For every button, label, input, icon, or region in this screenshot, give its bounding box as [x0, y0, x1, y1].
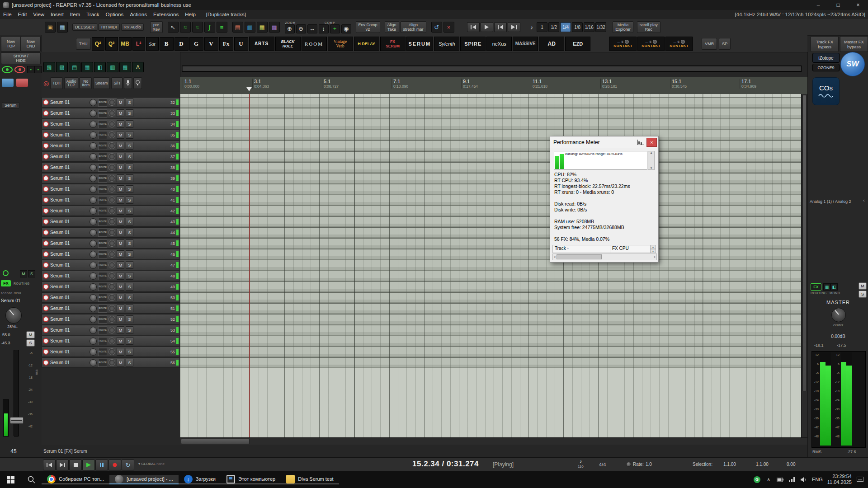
solo-button[interactable]: S — [26, 339, 35, 347]
track-color-icon[interactable] — [43, 262, 49, 268]
fx-shortcut-button[interactable]: D — [175, 37, 189, 51]
performance-meter-window[interactable]: Performance Meter × cur/avg: 82%/82% ran… — [550, 136, 659, 263]
pan-knob[interactable] — [90, 131, 97, 139]
track-row[interactable]: Serum 01 ROUTE M S 54 — [42, 336, 180, 346]
track-name[interactable]: Serum 01 — [50, 349, 88, 354]
record-arm-button[interactable] — [108, 327, 115, 333]
bpm-value[interactable]: 110 — [578, 464, 584, 469]
item-edit-icon[interactable]: ▧ — [43, 62, 55, 72]
master-fx-bypass-button[interactable]: Master FX bypass — [840, 36, 868, 52]
dock-toggle-icon[interactable]: ▣ — [45, 22, 56, 33]
solo-button[interactable]: S — [126, 272, 133, 280]
play-button[interactable] — [82, 460, 95, 470]
menu-item[interactable]: Options — [103, 12, 127, 17]
align-take-button[interactable]: Align Take — [385, 21, 399, 33]
monitor-indicator[interactable] — [176, 154, 179, 160]
record-arm-button[interactable] — [108, 142, 115, 149]
track-row[interactable]: Serum 01 ROUTE M S 36 — [42, 141, 180, 151]
record-arm-button[interactable] — [108, 175, 115, 182]
mute-button[interactable]: M — [117, 153, 124, 160]
solo-button[interactable]: S — [126, 337, 133, 345]
fx-button[interactable]: FX — [1, 280, 11, 286]
cos-plugin-icon[interactable]: COs — [812, 77, 840, 105]
selection-start[interactable]: 1.1.00 — [723, 462, 736, 467]
folder-blue-icon[interactable] — [2, 79, 14, 87]
mute-button[interactable]: M — [117, 229, 124, 236]
network-icon[interactable] — [788, 477, 796, 482]
hide-tracks-eye-icon[interactable] — [14, 66, 25, 75]
split-icon[interactable]: ◧ — [94, 62, 106, 72]
stop-button[interactable] — [69, 460, 82, 470]
track-row[interactable]: Serum 01 ROUTE M S 37 — [42, 151, 180, 162]
track-color-icon[interactable] — [43, 360, 49, 366]
go-start-button[interactable] — [467, 22, 480, 32]
minimize-button[interactable]: – — [808, 0, 828, 10]
pause-button[interactable] — [95, 460, 108, 470]
monitor-indicator[interactable] — [176, 110, 179, 116]
arrange-view[interactable] — [180, 94, 807, 437]
time-signature[interactable]: 4/4 — [599, 462, 606, 467]
show-tracks-eye-icon[interactable] — [2, 66, 13, 75]
track-name[interactable]: Serum 01 — [50, 306, 88, 311]
dock-chart-icon[interactable] — [637, 140, 644, 145]
mic-icon[interactable] — [124, 77, 132, 89]
solo-button[interactable]: S — [126, 294, 133, 301]
master-volume-db[interactable]: 0.00dB — [808, 334, 868, 339]
monitor-indicator[interactable] — [176, 338, 179, 344]
horizontal-scrollbar-thumb[interactable] — [181, 439, 250, 444]
track-name[interactable]: Serum 01 — [50, 273, 88, 278]
grid-division-button[interactable]: 1/32 — [595, 22, 606, 32]
mute-button[interactable]: M — [117, 196, 124, 204]
track-row[interactable]: Serum 01 ROUTE M S 40 — [42, 184, 180, 194]
track-color-icon[interactable] — [43, 273, 49, 279]
solo-button[interactable]: S — [126, 315, 133, 323]
media-explorer-button[interactable]: Media Explorer — [613, 21, 633, 33]
track-name[interactable]: Serum 01 — [50, 165, 88, 170]
bulb-icon[interactable] — [133, 77, 142, 89]
mute-button[interactable]: M — [117, 218, 124, 225]
record-arm-button[interactable] — [108, 251, 115, 258]
track-row[interactable]: Serum 01 ROUTE M S 48 — [42, 271, 180, 281]
track-row[interactable]: Serum 01 ROUTE M S 55 — [42, 347, 180, 357]
solo-button[interactable]: S — [126, 229, 133, 236]
playback-position[interactable]: 15.2.34 / 0:31.274 — [412, 460, 479, 469]
track-row[interactable]: Serum 01 ROUTE M S 39 — [42, 173, 180, 183]
solo-button[interactable]: S — [126, 174, 133, 182]
track-row[interactable]: Serum 01 ROUTE M S 33 — [42, 108, 180, 118]
kontakt-slot-button[interactable]: ... 6KONTAKT — [665, 37, 693, 51]
route-button[interactable]: ROUTE — [98, 153, 107, 161]
solo-button[interactable]: S — [126, 120, 133, 128]
track-row[interactable]: Serum 01 ROUTE M S 52 — [42, 314, 180, 324]
record-arm-button[interactable] — [108, 305, 115, 312]
track-row[interactable]: Serum 01 ROUTE M S 49 — [42, 282, 180, 292]
monitor-indicator[interactable] — [176, 284, 179, 290]
record-arm-button[interactable] — [108, 359, 115, 366]
go-to-start-button[interactable] — [43, 460, 56, 470]
grid-settings-icon[interactable]: ▦ — [57, 22, 68, 33]
sp-button[interactable]: SP — [719, 38, 731, 50]
track-color-icon[interactable] — [43, 305, 49, 311]
no-item-button[interactable]: No Item — [80, 77, 92, 89]
repeat-button[interactable]: ↻ — [122, 460, 134, 470]
solo-button[interactable]: S — [126, 196, 133, 204]
solo-button[interactable]: S — [126, 99, 133, 106]
table-scrollbar-thumb[interactable] — [557, 254, 602, 259]
mini-mute-icon[interactable]: M — [20, 270, 27, 277]
solo-button[interactable]: S — [126, 142, 133, 150]
monitor-indicator[interactable] — [176, 208, 179, 214]
monitor-indicator[interactable] — [176, 316, 179, 322]
solo-button[interactable]: S — [126, 164, 133, 171]
pan-knob[interactable] — [90, 338, 97, 345]
kontakt-slot-button[interactable]: ... 5KONTAKT — [637, 37, 665, 51]
pre-rev-button[interactable]: pre Rev — [150, 21, 163, 33]
monitor-indicator[interactable] — [176, 251, 179, 257]
fx-shortcut-button[interactable]: MB — [119, 37, 132, 51]
mini-solo-icon[interactable]: S — [28, 270, 35, 277]
record-arm-button[interactable] — [108, 272, 115, 279]
env-comp-button[interactable]: Env Comp v2 — [356, 21, 380, 33]
take-lanes-icon[interactable]: ▤ — [69, 62, 80, 72]
track-row[interactable]: Serum 01 ROUTE M S 44 — [42, 227, 180, 238]
record-arm-button[interactable] — [108, 283, 115, 290]
mini-toggle2-icon[interactable]: ▪ — [34, 66, 42, 73]
track-color-icon[interactable] — [43, 219, 49, 225]
